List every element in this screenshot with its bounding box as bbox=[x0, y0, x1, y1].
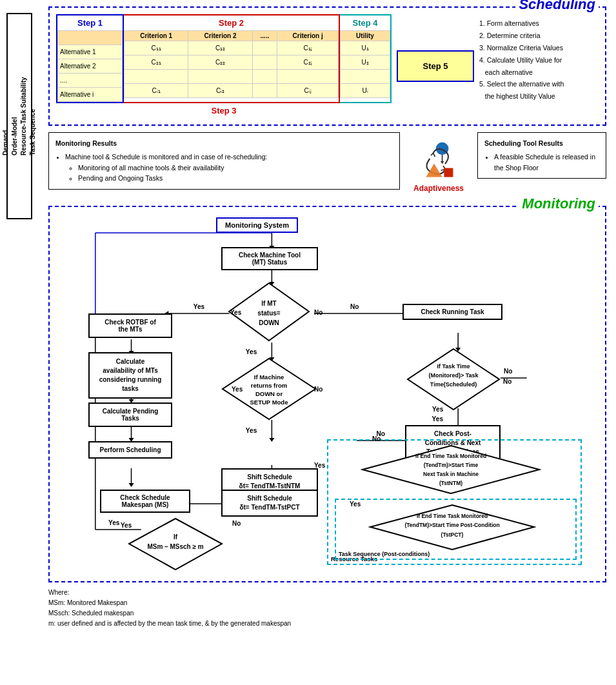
list-item: Machine tool & Schedule is monitored and… bbox=[65, 152, 393, 163]
svg-text:(TendTm)>Start Time: (TendTm)>Start Time bbox=[424, 462, 479, 468]
middle-row: Monitoring Results Machine tool & Schedu… bbox=[48, 132, 606, 199]
svg-text:If End Time Task Monitored: If End Time Task Monitored bbox=[417, 513, 488, 519]
msm-diamond: If MSm – MSsch ≥ m bbox=[127, 517, 224, 571]
svg-text:If: If bbox=[174, 533, 178, 541]
yes-label-6: Yes bbox=[121, 522, 132, 529]
footer-where: Where: bbox=[48, 588, 606, 598]
scheduling-title: Scheduling bbox=[515, 0, 599, 13]
svg-text:SETUP Mode: SETUP Mode bbox=[250, 399, 288, 406]
svg-text:DOWN: DOWN bbox=[259, 319, 279, 326]
step5-label: Step 5 bbox=[422, 61, 448, 71]
svg-text:Yes: Yes bbox=[194, 303, 205, 310]
list-item: 5. Select the alternative with the highe… bbox=[479, 78, 599, 103]
resource-tasks-dashed-box: Resource Tasks Task Sequence (Post-condi… bbox=[327, 439, 582, 565]
yes-label-3: Yes bbox=[432, 406, 443, 413]
task-sequence-dashed-box: Task Sequence (Post-conditions) If End T… bbox=[335, 499, 577, 560]
svg-text:If MT: If MT bbox=[261, 300, 276, 307]
svg-text:(TstPCT): (TstPCT) bbox=[441, 531, 464, 538]
no-label-1: No bbox=[314, 309, 323, 316]
svg-rect-2 bbox=[444, 168, 453, 177]
list-item: 2. Determine criteria bbox=[479, 30, 599, 42]
check-rotbf-box: Check ROTBF ofthe MTs bbox=[88, 313, 172, 338]
monitoring-results-box: Monitoring Results Machine tool & Schedu… bbox=[48, 132, 400, 190]
footer-section: Where: MSm: Monitored Makespan MSsch: Sc… bbox=[48, 588, 606, 629]
task-time-diamond: If Task Time (Monitored)> Task Time(Sche… bbox=[406, 347, 501, 412]
svg-text:No: No bbox=[350, 303, 359, 310]
footer-line2: MSsch: Scheduled makespan bbox=[48, 608, 606, 619]
calc-pending-box: Calculate PendingTasks bbox=[88, 402, 172, 427]
list-item: Monitoring of all machine tools & their … bbox=[78, 163, 393, 174]
adaptiveness-icon bbox=[416, 139, 461, 184]
svg-text:(TendTM)>Start Time Post-Condi: (TendTM)>Start Time Post-Condition bbox=[404, 522, 499, 528]
monitoring-section: Monitoring Yes Yes bbox=[48, 206, 606, 582]
svg-text:If Task Time: If Task Time bbox=[437, 363, 470, 370]
end-time2-diamond: If End Time Task Monitored (TendTM)>Star… bbox=[368, 503, 536, 551]
no-label-2: No bbox=[314, 386, 323, 393]
scheduling-tool-title: Scheduling Tool Results bbox=[484, 138, 599, 149]
yes-label-1: Yes bbox=[230, 309, 241, 316]
list-item: 3. Normalize Criteria Values bbox=[479, 42, 599, 54]
list-item: 1. Form alternatives bbox=[479, 17, 599, 30]
flow-container: Yes Yes Yes bbox=[56, 213, 599, 575]
end-time1-diamond: If End Time Task Monitored (TendTm)>Star… bbox=[361, 444, 541, 495]
yes-label-4: Yes bbox=[314, 462, 325, 469]
list-item: 4. Calculate Utility Value for each alte… bbox=[479, 54, 599, 79]
svg-text:If End Time Task Monitored: If End Time Task Monitored bbox=[415, 453, 486, 459]
adaptiveness-section: Adaptiveness bbox=[406, 132, 471, 199]
step1-label: Step 1 bbox=[57, 15, 123, 30]
task-sequence-label: Task Sequence (Post-conditions) bbox=[339, 551, 430, 557]
main-container: Demand Order-Model Resource-Task Suitabi… bbox=[0, 0, 616, 635]
svg-text:Yes: Yes bbox=[432, 415, 444, 422]
svg-text:status=: status= bbox=[257, 310, 280, 317]
sidebar-text: Demand Order-Model Resource-Task Suitabi… bbox=[1, 77, 37, 155]
svg-text:If Machine: If Machine bbox=[254, 373, 284, 381]
no-label-5: No bbox=[232, 520, 241, 527]
svg-text:DOWN or: DOWN or bbox=[255, 390, 283, 397]
perform-scheduling-box: Perform Scheduling bbox=[88, 441, 172, 459]
step5-box: Step 5 bbox=[397, 50, 474, 82]
footer-line1: MSm: Monitored Makespan bbox=[48, 598, 606, 608]
svg-text:returns from: returns from bbox=[251, 382, 287, 389]
check-running-task-box: Check Running Task bbox=[402, 304, 502, 320]
scheduling-section: Scheduling Step 1 Alternative 1 Alternat… bbox=[48, 6, 606, 126]
adaptiveness-label: Adaptiveness bbox=[413, 184, 464, 193]
list-item: Pending and Ongoing Tasks bbox=[78, 173, 393, 184]
scheduling-right-list: 1. Form alternatives 2. Determine criter… bbox=[479, 14, 599, 103]
left-sidebar: Demand Order-Model Resource-Task Suitabi… bbox=[6, 13, 32, 219]
shift-schedule2-box: Shift Scheduleδt= TendTM-TstPCT bbox=[221, 490, 318, 517]
svg-marker-13 bbox=[269, 438, 274, 442]
no-label-3: No bbox=[503, 378, 512, 385]
svg-text:Time(Scheduled): Time(Scheduled) bbox=[430, 381, 477, 388]
step3-label: Step 3 bbox=[56, 103, 392, 118]
svg-text:Yes: Yes bbox=[246, 427, 257, 434]
step2-label: Step 2 bbox=[124, 15, 339, 30]
check-makespan-box: Check ScheduleMakespan (MS) bbox=[100, 490, 190, 513]
monitoring-results-title: Monitoring Results bbox=[55, 138, 393, 149]
list-item: A feasible Schedule is released in the S… bbox=[494, 152, 599, 174]
yes-label-2: Yes bbox=[232, 386, 243, 393]
yes-label-5: Yes bbox=[350, 501, 361, 508]
svg-text:(Monitored)> Task: (Monitored)> Task bbox=[428, 372, 479, 379]
svg-text:No: No bbox=[504, 368, 512, 375]
svg-marker-4 bbox=[441, 161, 444, 164]
monitoring-title: Monitoring bbox=[519, 195, 599, 212]
check-mt-box: Check Machine Tool(MT) Status bbox=[221, 247, 318, 270]
no-label-4: No bbox=[372, 435, 381, 442]
svg-text:MSm – MSsch ≥ m: MSm – MSsch ≥ m bbox=[147, 543, 203, 550]
svg-text:(TstNTM): (TstNTM) bbox=[439, 480, 462, 486]
step4-label: Step 4 bbox=[340, 15, 390, 30]
svg-text:Yes: Yes bbox=[108, 519, 120, 526]
svg-marker-60 bbox=[408, 349, 499, 410]
svg-text:Yes: Yes bbox=[246, 348, 257, 355]
svg-text:Next Task in Machine: Next Task in Machine bbox=[423, 471, 479, 477]
scheduling-tool-box: Scheduling Tool Results A feasible Sched… bbox=[477, 132, 606, 179]
footer-line3: m: user defined and is affected by the m… bbox=[48, 619, 606, 629]
svg-marker-25 bbox=[128, 483, 134, 487]
monitoring-system-box: Monitoring System bbox=[216, 217, 298, 233]
calc-availability-box: Calculateavailability of MTsconsidering … bbox=[88, 352, 172, 399]
